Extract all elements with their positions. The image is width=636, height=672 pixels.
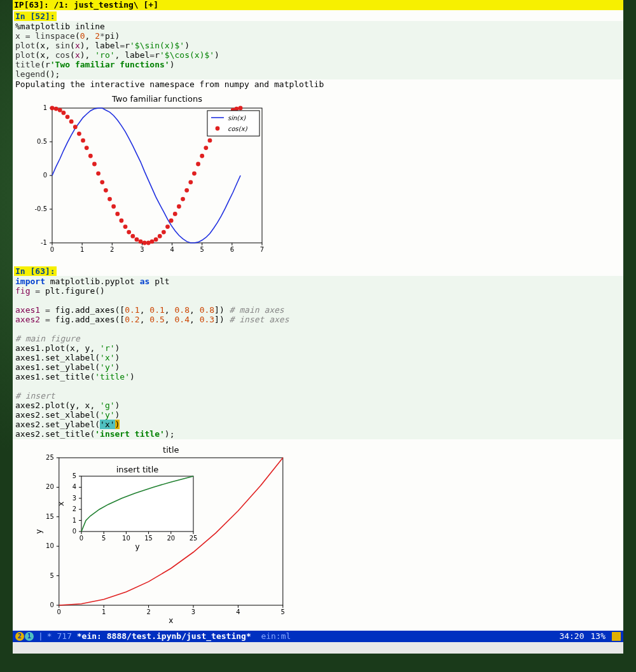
svg-text:3: 3: [191, 608, 195, 615]
svg-text:0: 0: [57, 608, 61, 615]
svg-point-43: [107, 197, 112, 202]
svg-point-32: [66, 114, 70, 119]
svg-point-36: [81, 138, 85, 142]
svg-point-34: [73, 125, 78, 129]
cell-1: In [52]: %matplotlib inline x = linspace…: [13, 10, 623, 265]
svg-text:-1: -1: [41, 239, 47, 246]
window-titlebar: IP[63]: /1: just_testing\ [+]: [13, 0, 623, 10]
svg-point-65: [192, 171, 197, 175]
notebook-content[interactable]: In [52]: %matplotlib inline x = linspace…: [13, 10, 623, 631]
svg-text:15: 15: [144, 535, 153, 542]
svg-text:0.5: 0.5: [37, 138, 47, 145]
svg-point-48: [127, 230, 131, 235]
svg-text:1: 1: [43, 104, 47, 111]
svg-point-29: [54, 107, 59, 111]
svg-point-35: [77, 132, 81, 136]
svg-text:5: 5: [281, 608, 285, 615]
svg-point-39: [92, 162, 97, 167]
modeline-badge-2: 2: [15, 632, 24, 641]
svg-text:x: x: [57, 502, 66, 506]
svg-point-54: [150, 239, 155, 243]
svg-text:insert title: insert title: [116, 465, 159, 474]
svg-text:3: 3: [140, 246, 144, 253]
cell-2-code[interactable]: import matplotlib.pyplot as plt fig = pl…: [13, 276, 623, 439]
svg-text:2: 2: [73, 505, 76, 512]
desktop-background: IP[63]: /1: just_testing\ [+] In [52]: %…: [0, 0, 636, 672]
svg-point-68: [204, 146, 208, 150]
svg-text:6: 6: [230, 246, 234, 253]
svg-point-67: [200, 154, 204, 158]
svg-text:title: title: [163, 445, 179, 455]
cell-1-in-label: In [52]:: [14, 11, 57, 21]
svg-text:4: 4: [170, 246, 174, 253]
svg-text:10: 10: [46, 542, 54, 549]
svg-point-52: [142, 241, 147, 245]
cell-1-stdout: Populating the interactive namespace fro…: [13, 79, 623, 89]
svg-text:1: 1: [73, 517, 76, 524]
svg-point-47: [123, 224, 128, 229]
svg-point-64: [188, 180, 193, 184]
svg-point-31: [62, 111, 66, 115]
svg-point-40: [96, 171, 100, 175]
svg-point-45: [115, 212, 120, 216]
svg-text:3: 3: [73, 495, 76, 502]
svg-point-62: [181, 197, 185, 202]
svg-point-69: [208, 138, 212, 142]
cell-2-plot: 0123450510152025xytitle0510152025012345y…: [13, 439, 623, 631]
svg-text:0: 0: [50, 246, 54, 253]
svg-text:10: 10: [122, 535, 130, 542]
svg-text:5: 5: [200, 246, 204, 253]
emacs-echo-area[interactable]: [13, 642, 623, 654]
svg-point-59: [169, 219, 174, 223]
svg-point-50: [135, 237, 139, 242]
svg-point-63: [184, 188, 189, 193]
svg-point-38: [88, 154, 93, 158]
modeline-mode: ein:ml: [261, 631, 291, 642]
chart-inset-axes: 0123450510152025xytitle0510152025012345y…: [25, 439, 305, 624]
svg-text:1: 1: [80, 246, 84, 253]
cell-2: In [63]: import matplotlib.pyplot as plt…: [13, 265, 623, 631]
svg-point-56: [158, 234, 162, 238]
chart-two-familiar-functions: Two familiar functions01234567-1-0.500.5…: [25, 93, 267, 258]
svg-text:5: 5: [50, 572, 53, 579]
cell-1-plot: Two familiar functions01234567-1-0.500.5…: [13, 89, 623, 265]
cell-2-in-label: In [63]:: [14, 266, 57, 276]
svg-point-77: [238, 106, 243, 111]
svg-text:20: 20: [167, 535, 175, 542]
svg-text:sin(x): sin(x): [228, 114, 246, 121]
svg-rect-111: [81, 476, 193, 531]
svg-text:x: x: [169, 616, 173, 624]
cell-1-code[interactable]: %matplotlib inline x = linspace(0, 2*pi)…: [13, 21, 623, 79]
modeline-buffer: *ein: 8888/test.ipynb/just_testing*: [77, 631, 251, 642]
svg-text:5: 5: [102, 535, 106, 542]
modeline-percent: 13%: [591, 631, 605, 642]
svg-text:0: 0: [43, 172, 47, 179]
svg-text:y: y: [135, 542, 139, 551]
svg-point-81: [216, 127, 220, 131]
svg-text:25: 25: [190, 535, 198, 542]
svg-point-41: [100, 180, 104, 184]
svg-point-66: [196, 162, 200, 167]
svg-point-28: [50, 106, 55, 111]
svg-point-49: [130, 234, 135, 238]
svg-text:5: 5: [73, 472, 76, 479]
svg-point-51: [139, 239, 143, 243]
svg-text:0: 0: [50, 601, 53, 608]
svg-point-46: [120, 219, 124, 223]
emacs-window: IP[63]: /1: just_testing\ [+] In [52]: %…: [13, 0, 623, 654]
svg-point-44: [111, 204, 116, 209]
svg-text:4: 4: [73, 483, 76, 490]
svg-point-76: [235, 107, 239, 111]
modeline-status-block: [612, 632, 621, 641]
svg-text:15: 15: [46, 513, 54, 520]
emacs-modeline: 2 1 | * 717 *ein: 8888/test.ipynb/just_t…: [13, 631, 623, 642]
svg-point-55: [154, 237, 158, 242]
svg-text:7: 7: [260, 246, 264, 253]
svg-point-60: [173, 212, 177, 216]
svg-text:cos(x): cos(x): [228, 125, 248, 132]
svg-point-37: [85, 146, 89, 150]
svg-text:20: 20: [46, 483, 54, 490]
svg-point-30: [58, 108, 62, 113]
svg-text:Two familiar functions: Two familiar functions: [111, 94, 202, 104]
svg-point-33: [69, 120, 74, 124]
